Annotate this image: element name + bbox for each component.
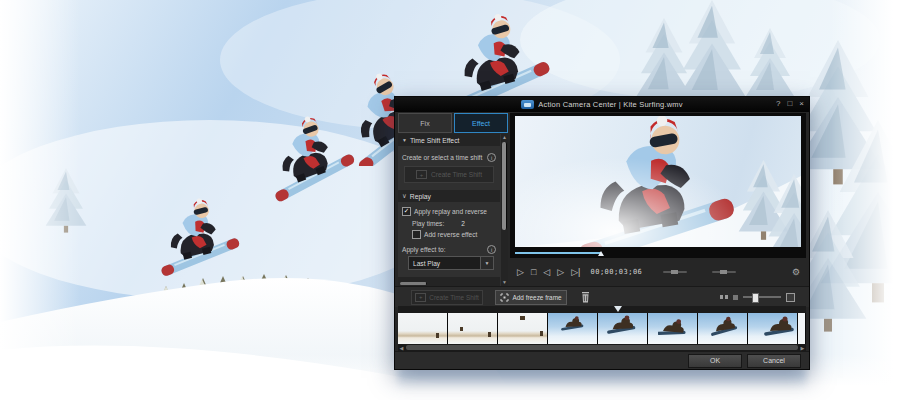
playback-controls: ▷ □ ◁ ▷ ▷| 00;00;03;06 ⚙: [510, 259, 806, 285]
seek-handle[interactable]: [598, 251, 604, 256]
dialog-footer: OK Cancel: [395, 351, 809, 369]
film-frame[interactable]: [598, 313, 648, 344]
add-reverse-row: Add reverse effect: [398, 230, 500, 239]
scrollbar-thumb[interactable]: [502, 142, 507, 230]
section-time-shift-effect[interactable]: ▼ Time Shift Effect: [398, 134, 500, 146]
film-frame[interactable]: [498, 313, 548, 344]
jump-next-button[interactable]: ▷|: [571, 267, 580, 277]
add-freeze-frame-button[interactable]: Add freeze frame: [495, 290, 567, 305]
cancel-button[interactable]: Cancel: [747, 354, 801, 368]
app-window: Action Camera Center | Kite Surfing.wmv …: [394, 96, 810, 370]
film-frame[interactable]: [648, 313, 698, 344]
chevron-down-icon: ∨: [402, 192, 407, 200]
apply-replay-row: Apply replay and reverse: [398, 207, 500, 216]
plus-icon: +: [415, 293, 426, 302]
ok-button[interactable]: OK: [688, 354, 742, 368]
zoom-in-icon[interactable]: [786, 293, 795, 302]
background-snowboarder-1: [148, 196, 258, 286]
info-icon[interactable]: i: [487, 153, 496, 162]
panel-tabs: Fix Effect: [398, 113, 508, 133]
timeline-filmstrip[interactable]: [398, 313, 806, 344]
timeline-horizontal-scrollbar[interactable]: ◀ ▶: [398, 344, 806, 351]
title-bar[interactable]: Action Camera Center | Kite Surfing.wmv …: [395, 97, 809, 112]
timecode-display: 00;00;03;06: [590, 268, 642, 276]
seek-fill: [515, 252, 601, 254]
app-logo-icon: [521, 100, 534, 109]
create-hint-row: Create or select a time shift i: [398, 153, 500, 162]
section-replay[interactable]: ∨ Replay: [398, 190, 500, 202]
window-title: Action Camera Center | Kite Surfing.wmv: [538, 100, 682, 109]
apply-effect-dropdown[interactable]: Last Play ▼: [408, 256, 494, 270]
film-frame[interactable]: [398, 313, 448, 344]
zoom-slider-handle[interactable]: [752, 293, 759, 303]
scroll-up-icon[interactable]: ▲: [501, 134, 508, 141]
film-frame[interactable]: [698, 313, 748, 344]
window-reflection: [398, 369, 806, 389]
apply-replay-checkbox[interactable]: [402, 207, 411, 216]
play-times-row: Play times: 2: [398, 220, 500, 227]
playhead-marker[interactable]: [614, 306, 622, 312]
video-preview-area: [510, 113, 806, 258]
step-back-button[interactable]: ◁: [543, 267, 550, 277]
step-forward-button[interactable]: ▷: [557, 267, 564, 277]
film-frame[interactable]: [448, 313, 498, 344]
scrollbar-thumb[interactable]: [400, 282, 427, 285]
timeline-toolbar: + Create Time Shift Add freeze frame: [395, 286, 809, 307]
stop-button[interactable]: □: [531, 267, 536, 277]
apply-effect-row: Apply effect to: i: [398, 245, 500, 254]
scroll-down-icon[interactable]: ▼: [501, 279, 508, 286]
volume-slider[interactable]: [663, 271, 687, 273]
dropdown-arrow-icon: ▼: [480, 257, 493, 269]
film-frame[interactable]: [548, 313, 598, 344]
add-reverse-checkbox[interactable]: [412, 230, 421, 239]
settings-gear-icon[interactable]: ⚙: [792, 267, 800, 277]
zoom-slider[interactable]: [743, 296, 781, 298]
effect-settings-panel: ▼ Time Shift Effect Create or select a t…: [398, 134, 508, 286]
scroll-right-icon[interactable]: ▶: [799, 345, 806, 351]
tab-effect[interactable]: Effect: [454, 113, 508, 133]
play-times-value[interactable]: 2: [461, 220, 465, 227]
maximize-button[interactable]: □: [787, 99, 792, 109]
screenshot-stage: Action Camera Center | Kite Surfing.wmv …: [0, 0, 900, 400]
close-button[interactable]: ×: [799, 99, 804, 109]
create-time-shift-button-panel[interactable]: + Create Time Shift: [404, 166, 494, 183]
panel-vertical-scrollbar[interactable]: ▲ ▼: [501, 134, 508, 286]
trash-icon: [581, 292, 590, 303]
seek-bar[interactable]: [515, 250, 801, 256]
freeze-frame-icon: [500, 293, 509, 302]
plus-icon: +: [416, 170, 427, 179]
video-preview[interactable]: [515, 116, 801, 247]
fit-timeline-icon[interactable]: [720, 295, 729, 299]
help-button[interactable]: ?: [776, 99, 780, 109]
tab-fix[interactable]: Fix: [398, 113, 452, 133]
film-frame[interactable]: [748, 313, 798, 344]
collapse-triangle-icon: ▼: [402, 137, 407, 143]
info-icon[interactable]: i: [487, 245, 496, 254]
play-button[interactable]: ▷: [517, 267, 524, 277]
timeline-zoom-controls: [720, 293, 796, 302]
zoom-out-icon[interactable]: [733, 295, 738, 300]
quality-slider[interactable]: [712, 271, 736, 273]
timeline-ruler[interactable]: [398, 306, 806, 313]
scroll-left-icon[interactable]: ◀: [398, 345, 405, 351]
create-time-shift-button[interactable]: + Create Time Shift: [411, 290, 483, 305]
delete-button[interactable]: [581, 292, 590, 303]
film-frame-empty[interactable]: [798, 313, 806, 344]
scrollbar-thumb[interactable]: [406, 345, 798, 350]
